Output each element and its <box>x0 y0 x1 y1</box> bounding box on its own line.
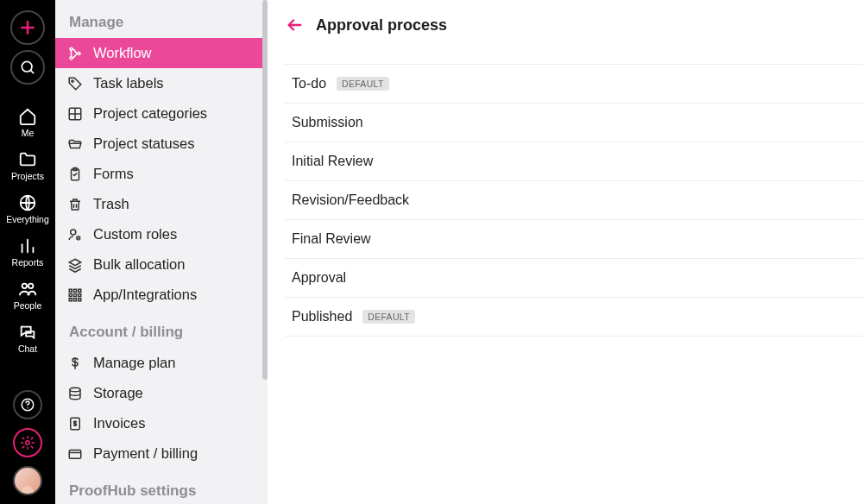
label: Custom roles <box>93 226 177 243</box>
user-gear-icon <box>67 227 83 243</box>
sidebar-item-storage[interactable]: Storage <box>55 378 268 408</box>
svg-point-3 <box>28 284 33 289</box>
svg-point-25 <box>70 387 80 392</box>
default-badge: DEFAULT <box>362 310 415 324</box>
add-button[interactable] <box>10 10 45 45</box>
svg-rect-17 <box>74 289 77 292</box>
arrow-left-icon <box>285 16 304 35</box>
settings-sidebar: Manage Workflow Task labels Project cate… <box>55 0 268 504</box>
workflow-stages-list: To-do DEFAULT Submission Initial Review … <box>285 64 863 337</box>
folder-open-icon <box>67 136 83 152</box>
people-icon <box>18 280 37 299</box>
rail-item-everything[interactable]: Everything <box>0 188 55 230</box>
rail-item-reports[interactable]: Reports <box>0 231 55 273</box>
credit-card-icon <box>67 446 83 462</box>
svg-rect-19 <box>69 293 72 296</box>
clipboard-icon <box>67 167 83 182</box>
stage-name: Initial Review <box>292 154 373 169</box>
label: App/Integrations <box>93 287 197 303</box>
grid-icon <box>67 106 83 122</box>
label: Project statuses <box>93 135 194 152</box>
invoice-icon <box>67 416 83 432</box>
help-button[interactable] <box>13 390 42 419</box>
label: Project categories <box>93 105 207 122</box>
stage-name: Final Review <box>292 231 371 247</box>
folder-icon <box>18 150 37 169</box>
search-icon <box>19 59 36 76</box>
svg-rect-24 <box>79 298 81 300</box>
rail-label: Everything <box>6 214 49 224</box>
main-content: Approval process To-do DEFAULT Submissio… <box>268 0 863 504</box>
workflow-stage[interactable]: Approval <box>285 259 863 298</box>
stage-name: To-do <box>292 76 326 91</box>
sidebar-item-bulk-allocation[interactable]: Bulk allocation <box>55 249 268 280</box>
gear-icon <box>20 435 35 450</box>
search-button[interactable] <box>10 50 45 85</box>
rail-label: People <box>14 300 42 311</box>
stage-name: Published <box>292 309 352 324</box>
rail-bottom <box>13 390 42 495</box>
workflow-stage[interactable]: To-do DEFAULT <box>285 65 863 104</box>
sidebar-item-project-statuses[interactable]: Project statuses <box>55 129 268 159</box>
sidebar-item-custom-roles[interactable]: Custom roles <box>55 219 268 249</box>
sidebar-item-invoices[interactable]: Invoices <box>55 408 268 438</box>
svg-point-9 <box>78 52 80 54</box>
chat-icon <box>18 323 37 342</box>
app-rail: Me Projects Everything Reports People Ch… <box>0 0 55 504</box>
rail-item-people[interactable]: People <box>0 274 55 316</box>
sidebar-item-manage-plan[interactable]: Manage plan <box>55 348 268 378</box>
sidebar-item-payment-billing[interactable]: Payment / billing <box>55 438 268 469</box>
label: Invoices <box>93 415 146 432</box>
svg-point-10 <box>72 79 73 81</box>
sidebar-item-forms[interactable]: Forms <box>55 159 268 189</box>
rail-label: Chat <box>18 343 37 354</box>
rail-item-me[interactable]: Me <box>0 102 55 143</box>
bar-chart-icon <box>18 236 37 255</box>
section-title-proofhub: ProofHub settings <box>55 477 268 504</box>
workflow-stage[interactable]: Published DEFAULT <box>285 298 863 337</box>
dollar-icon <box>67 356 83 371</box>
svg-point-15 <box>77 236 79 239</box>
back-button[interactable] <box>285 16 304 35</box>
rail-label: Me <box>22 128 35 138</box>
scrollbar[interactable] <box>262 0 268 380</box>
workflow-stage[interactable]: Submission <box>285 104 863 142</box>
database-icon <box>67 386 83 401</box>
rail-item-chat[interactable]: Chat <box>0 318 55 359</box>
layers-icon <box>67 257 83 273</box>
rail-item-projects[interactable]: Projects <box>0 145 55 186</box>
label: Trash <box>93 196 129 212</box>
stage-name: Approval <box>292 270 346 286</box>
home-icon <box>18 107 37 126</box>
trash-icon <box>67 197 83 212</box>
label: Workflow <box>93 45 152 61</box>
rail-nav: Me Projects Everything Reports People Ch… <box>0 102 55 359</box>
section-title-manage: Manage <box>55 9 268 38</box>
globe-icon <box>18 193 37 212</box>
avatar[interactable] <box>13 466 42 495</box>
sidebar-item-workflow[interactable]: Workflow <box>55 38 268 68</box>
workflow-stage[interactable]: Revision/Feedback <box>285 181 863 220</box>
svg-point-14 <box>71 230 76 235</box>
label: Manage plan <box>93 355 175 371</box>
default-badge: DEFAULT <box>337 77 389 91</box>
section-title-billing: Account / billing <box>55 318 268 348</box>
svg-rect-22 <box>69 298 72 300</box>
rail-top <box>0 10 55 85</box>
stage-name: Submission <box>292 115 363 130</box>
workflow-stage[interactable]: Final Review <box>285 220 863 259</box>
settings-button[interactable] <box>13 428 42 457</box>
sidebar-item-trash[interactable]: Trash <box>55 189 268 219</box>
page-title: Approval process <box>316 16 447 35</box>
svg-rect-21 <box>79 293 81 296</box>
sidebar-item-app-integrations[interactable]: App/Integrations <box>55 280 268 310</box>
main-header: Approval process <box>285 16 863 64</box>
stage-name: Revision/Feedback <box>292 192 409 208</box>
workflow-stage[interactable]: Initial Review <box>285 142 863 181</box>
rail-label: Projects <box>11 171 44 181</box>
label: Forms <box>93 166 134 182</box>
sidebar-item-task-labels[interactable]: Task labels <box>55 68 268 98</box>
label: Task labels <box>93 75 164 91</box>
sidebar-item-project-categories[interactable]: Project categories <box>55 98 268 129</box>
help-icon <box>20 397 35 413</box>
